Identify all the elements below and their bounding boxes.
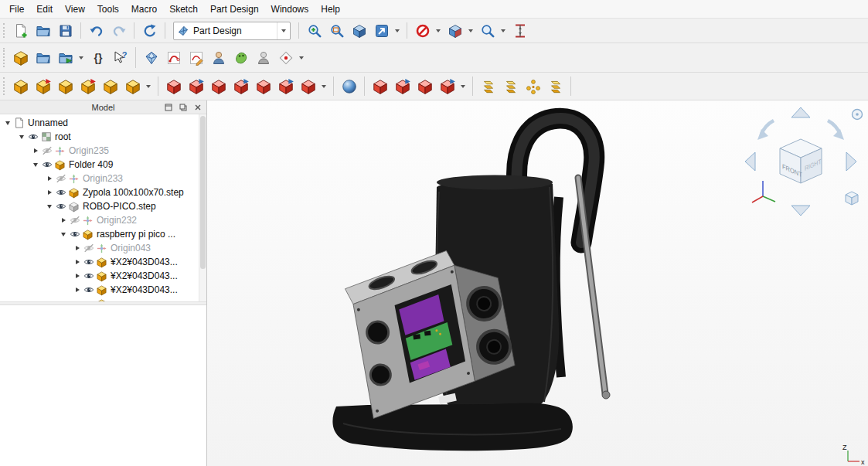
3d-viewport[interactable]: FRONT RIGHT Z x — [207, 100, 868, 466]
std-part-button[interactable] — [10, 47, 31, 68]
toolbar-grip[interactable] — [3, 77, 7, 95]
tree-item-origin043[interactable]: Origin043 — [0, 241, 206, 255]
menu-tools[interactable]: Tools — [91, 1, 125, 18]
tree-collapse-arrow[interactable] — [59, 233, 68, 236]
datum-button-dropdown[interactable] — [297, 47, 305, 68]
visibility-on-icon[interactable] — [26, 131, 39, 142]
visibility-on-icon[interactable] — [54, 187, 67, 198]
menu-file[interactable]: File — [3, 1, 30, 18]
visibility-on-icon[interactable] — [82, 284, 95, 295]
thickness-button-dropdown[interactable] — [458, 76, 467, 97]
navcube-down-arrow[interactable] — [791, 206, 810, 216]
pocket-button[interactable] — [163, 76, 184, 97]
person-button[interactable] — [253, 47, 274, 68]
tree-expand-arrow[interactable] — [45, 176, 54, 181]
tree-item-x2-043d043[interactable]: ¥X2¥043D043... — [0, 255, 206, 269]
tree-item-robo-pico-step[interactable]: ROBO-PICO.step — [0, 199, 206, 213]
tree-expand-arrow[interactable] — [31, 148, 40, 153]
redo-button[interactable] — [108, 20, 129, 41]
visibility-on-icon[interactable] — [82, 270, 95, 281]
tree-expand-arrow[interactable] — [73, 260, 82, 264]
navcube-up-arrow[interactable] — [791, 107, 810, 117]
model-panel-titlebar[interactable]: Model — [0, 100, 206, 114]
workbench-selector[interactable]: Part Design — [173, 22, 291, 40]
menu-edit[interactable]: Edit — [30, 1, 59, 18]
tree-collapse-arrow[interactable] — [31, 163, 40, 167]
visibility-on-icon[interactable] — [54, 201, 67, 212]
menu-windows[interactable]: Windows — [265, 1, 315, 18]
tree-scrollbar-thumb[interactable] — [200, 116, 206, 269]
clipping-button-dropdown[interactable] — [466, 20, 475, 41]
tree-expand-arrow[interactable] — [59, 218, 68, 223]
subtractive-primitive-button-dropdown[interactable] — [319, 76, 328, 97]
multitransform-button[interactable] — [545, 76, 566, 97]
navigation-cube[interactable]: FRONT RIGHT — [743, 105, 866, 221]
chamfer-button[interactable] — [392, 76, 413, 97]
save-button[interactable] — [55, 20, 76, 41]
clipping-button[interactable] — [444, 20, 465, 41]
tree-expand-arrow[interactable] — [73, 246, 82, 250]
subtractive-loft-button[interactable] — [230, 76, 251, 97]
tree-item-raspberry-pi-pico[interactable]: raspberry pi pico ... — [0, 227, 206, 241]
additive-helix-button[interactable] — [100, 76, 121, 97]
create-body-button[interactable] — [141, 47, 162, 68]
tree-item-zypola-100x100x70-step[interactable]: Zypola 100x100x70.step — [0, 185, 206, 199]
model-base[interactable] — [332, 403, 572, 451]
panel-float-button[interactable] — [178, 102, 189, 113]
menu-macro[interactable]: Macro — [125, 1, 163, 18]
whats-this-button[interactable]: ? — [110, 47, 131, 68]
make-link-button-dropdown[interactable] — [77, 47, 85, 68]
visibility-off-icon[interactable] — [54, 173, 67, 184]
hole-button[interactable] — [186, 76, 206, 97]
tree-item-x2-043d043[interactable]: ¥X2¥043D043... — [0, 269, 206, 283]
fit-all-button[interactable] — [304, 20, 325, 41]
navcube-iso-icon[interactable] — [846, 192, 858, 205]
tree-expand-arrow[interactable] — [73, 287, 82, 292]
additive-primitive-button-dropdown[interactable] — [144, 76, 152, 97]
tree-collapse-arrow[interactable] — [17, 135, 26, 139]
macro-button[interactable]: {} — [87, 47, 108, 68]
draw-style-button-dropdown[interactable] — [434, 20, 442, 41]
tree-item-origin235[interactable]: Origin235 — [0, 144, 206, 158]
tree-item-folder-409[interactable]: Folder 409 — [0, 158, 206, 172]
link-navigate-button-dropdown[interactable] — [393, 20, 401, 41]
tree-item-unnamed[interactable]: Unnamed — [0, 116, 206, 130]
navcube-center-view-icon[interactable] — [853, 110, 863, 120]
menu-help[interactable]: Help — [315, 1, 346, 18]
tree-item-origin232[interactable]: Origin232 — [0, 213, 206, 227]
undo-button[interactable] — [86, 20, 107, 41]
subtractive-pipe-button[interactable] — [253, 76, 274, 97]
tree-scrollbar[interactable] — [199, 114, 206, 301]
selection-view-button[interactable] — [477, 20, 498, 41]
link-navigate-button[interactable] — [371, 20, 392, 41]
boolean-button[interactable] — [339, 76, 359, 97]
navcube-cube[interactable]: FRONT RIGHT — [780, 139, 822, 183]
additive-loft-button[interactable] — [55, 76, 76, 97]
refresh-button[interactable] — [139, 20, 160, 41]
tree-collapse-arrow[interactable] — [45, 205, 54, 209]
tree-item-x2-043d043[interactable]: ¥X2¥043D043... — [0, 283, 206, 297]
open-document-button[interactable] — [32, 20, 53, 41]
visibility-on-icon[interactable] — [40, 159, 53, 170]
menu-sketch[interactable]: Sketch — [163, 1, 204, 18]
tree-item-root[interactable]: root — [0, 130, 206, 144]
draft-button[interactable] — [414, 76, 435, 97]
datum-button[interactable] — [275, 47, 296, 68]
toolbar-grip[interactable] — [3, 23, 7, 38]
tree-item-partial[interactable] — [0, 297, 206, 301]
fillet-button[interactable] — [369, 76, 390, 97]
menu-part-design[interactable]: Part Design — [204, 1, 265, 18]
panel-dock-button[interactable] — [163, 102, 174, 113]
navcube-right-arrow[interactable] — [846, 152, 856, 171]
pad-button[interactable] — [10, 76, 31, 97]
make-link-button[interactable] — [55, 47, 76, 68]
subtractive-helix-button[interactable] — [275, 76, 296, 97]
draw-style-button[interactable] — [412, 20, 433, 41]
visibility-off-icon[interactable] — [82, 243, 95, 253]
appearance-button[interactable] — [230, 47, 251, 68]
visibility-on-icon[interactable] — [82, 298, 95, 301]
thickness-button[interactable] — [437, 76, 458, 97]
navcube-rotate-left-icon[interactable] — [757, 121, 774, 140]
visibility-off-icon[interactable] — [68, 215, 81, 226]
menu-view[interactable]: View — [59, 1, 91, 18]
